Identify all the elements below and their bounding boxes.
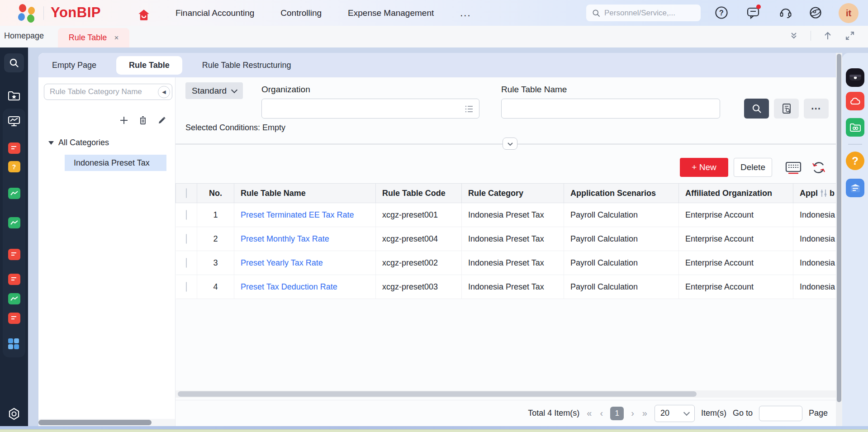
nav-controlling[interactable]: Controlling: [280, 8, 322, 18]
app-red-board-3[interactable]: [8, 274, 20, 285]
category-panel: Rule Table Category Name ◀: [38, 77, 175, 426]
folder-star-icon[interactable]: [7, 89, 21, 103]
collapse-panel-button[interactable]: ◀: [158, 86, 170, 98]
vscroll-thumb[interactable]: [837, 54, 841, 402]
vr-headset-icon[interactable]: [846, 68, 864, 87]
tab-homepage[interactable]: Homepage: [4, 31, 44, 41]
col-rule-table-code[interactable]: Rule Table Code: [376, 184, 462, 203]
row-checkbox[interactable]: [186, 282, 187, 292]
blue-clipboard-icon[interactable]: [846, 179, 864, 197]
first-page-button[interactable]: «: [586, 408, 593, 418]
col-applicable-clipped[interactable]: Applb: [793, 184, 836, 203]
table-hscroll-track[interactable]: [175, 390, 836, 398]
rule-table-link[interactable]: Preset Monthly Tax Rate: [241, 234, 329, 243]
tree-all-categories[interactable]: All Categories: [48, 138, 109, 147]
select-all-checkbox[interactable]: [186, 188, 187, 198]
rule-table-link[interactable]: Preset Tax Deduction Rate: [241, 282, 337, 291]
avatar[interactable]: it: [839, 3, 859, 23]
cell-scenario: Payroll Calculation: [564, 275, 679, 299]
refresh-icon[interactable]: [811, 161, 827, 175]
tab-rule-table-active[interactable]: Rule Table: [116, 56, 182, 75]
panel-hscroll-thumb[interactable]: [38, 420, 152, 425]
tree-root-label: All Categories: [58, 138, 109, 147]
rule-table-link[interactable]: Preset Terminated EE Tax Rate: [241, 210, 354, 219]
close-icon[interactable]: ×: [114, 33, 119, 43]
help-icon[interactable]: ?: [715, 6, 728, 19]
delete-button[interactable]: Delete: [734, 158, 772, 177]
edit-icon[interactable]: [157, 115, 167, 127]
goto-page-input[interactable]: [759, 406, 802, 421]
row-checkbox[interactable]: [186, 234, 187, 244]
category-search-placeholder: Rule Table Category Name: [50, 87, 158, 96]
current-page-button[interactable]: 1: [610, 407, 624, 420]
left-rail: ?: [0, 47, 28, 426]
new-button[interactable]: + New: [680, 158, 728, 177]
trash-icon[interactable]: [138, 115, 148, 127]
settings-hexagon-icon[interactable]: [7, 407, 21, 421]
app-yellow-question[interactable]: ?: [8, 161, 20, 172]
rule-table-name-field[interactable]: [501, 99, 720, 119]
headset-icon[interactable]: [779, 6, 792, 19]
monitor-chart-icon[interactable]: [7, 114, 21, 128]
expand-icon[interactable]: [844, 30, 855, 41]
nav-more-button[interactable]: ...: [460, 7, 471, 19]
nav-expense-management[interactable]: Expense Management: [348, 8, 434, 18]
tab-empty-page[interactable]: Empty Page: [52, 61, 96, 70]
message-icon[interactable]: [746, 6, 760, 19]
collapse-double-chevron-icon[interactable]: [789, 31, 799, 41]
filter-scheme-label: Standard: [192, 86, 227, 96]
app-green-chart[interactable]: [8, 188, 20, 199]
list-picker-icon[interactable]: [464, 104, 474, 114]
app-red-board-4[interactable]: [8, 313, 20, 324]
last-page-button[interactable]: »: [641, 408, 648, 418]
next-page-button[interactable]: ›: [630, 408, 635, 418]
globe-icon[interactable]: [809, 6, 822, 19]
collapse-filters-button[interactable]: [503, 138, 517, 150]
app-blue-grid[interactable]: [8, 338, 20, 350]
app-red-board[interactable]: [8, 142, 20, 154]
organization-field[interactable]: [261, 99, 479, 119]
prev-page-button[interactable]: ‹: [599, 408, 604, 418]
global-search-input[interactable]: Personnel/Service,...: [586, 5, 701, 21]
add-icon[interactable]: [119, 115, 129, 127]
nav-financial-accounting[interactable]: Financial Accounting: [175, 8, 254, 18]
col-rule-category[interactable]: Rule Category: [462, 184, 564, 203]
table-hscroll-thumb[interactable]: [178, 391, 697, 397]
app-green-chart-2[interactable]: [8, 217, 20, 228]
col-rule-table-name[interactable]: Rule Table Name: [234, 184, 376, 203]
search-icon[interactable]: [4, 53, 24, 72]
red-cloud-app-icon[interactable]: [846, 92, 864, 110]
page-label: Page: [809, 408, 828, 418]
keyboard-icon[interactable]: [785, 161, 802, 175]
col-affiliated-organization[interactable]: Affiliated Organization: [679, 184, 793, 203]
row-checkbox[interactable]: [186, 258, 187, 268]
col-no[interactable]: No.: [197, 184, 234, 203]
cell-org: Enterprise Account: [679, 275, 793, 299]
orange-help-icon[interactable]: ?: [846, 152, 864, 170]
tab-rule-table[interactable]: Rule Table ×: [58, 28, 129, 47]
content-card: Empty Page Rule Table Rule Table Restruc…: [38, 53, 836, 426]
saved-filter-button[interactable]: [774, 99, 799, 119]
column-settings-sliders-icon[interactable]: [819, 189, 829, 198]
category-search-input[interactable]: Rule Table Category Name ◀: [44, 84, 172, 100]
panel-hscroll-track[interactable]: [38, 419, 175, 426]
app-red-board-2[interactable]: [8, 249, 20, 260]
yonyou-logo-icon[interactable]: [18, 4, 37, 22]
tree-item-indonesia-preset-tax[interactable]: Indonesia Preset Tax: [65, 155, 166, 171]
page-size-select[interactable]: 20: [655, 405, 695, 422]
table-row: 3Preset Yearly Tax Ratexcgz-preset002Ind…: [176, 251, 836, 275]
col-application-scenarios[interactable]: Application Scenarios: [564, 184, 679, 203]
filter-scheme-dropdown[interactable]: Standard: [185, 82, 243, 99]
upload-arrow-icon[interactable]: [823, 31, 833, 41]
home-icon[interactable]: [137, 9, 151, 21]
pagination: Total 4 Item(s) « ‹ 1 › » 20 Item(s) Go …: [175, 400, 836, 426]
search-button[interactable]: [744, 99, 769, 119]
more-filters-button[interactable]: ⋯: [804, 99, 829, 119]
row-checkbox[interactable]: [186, 210, 187, 220]
app-green-chart-3[interactable]: [8, 293, 20, 304]
tab-rule-table-restructuring[interactable]: Rule Table Restructuring: [202, 61, 291, 70]
caret-down-icon[interactable]: [48, 141, 54, 145]
vscroll-track[interactable]: [836, 53, 842, 426]
green-folder-link-icon[interactable]: [846, 118, 864, 137]
rule-table-link[interactable]: Preset Yearly Tax Rate: [241, 258, 323, 267]
